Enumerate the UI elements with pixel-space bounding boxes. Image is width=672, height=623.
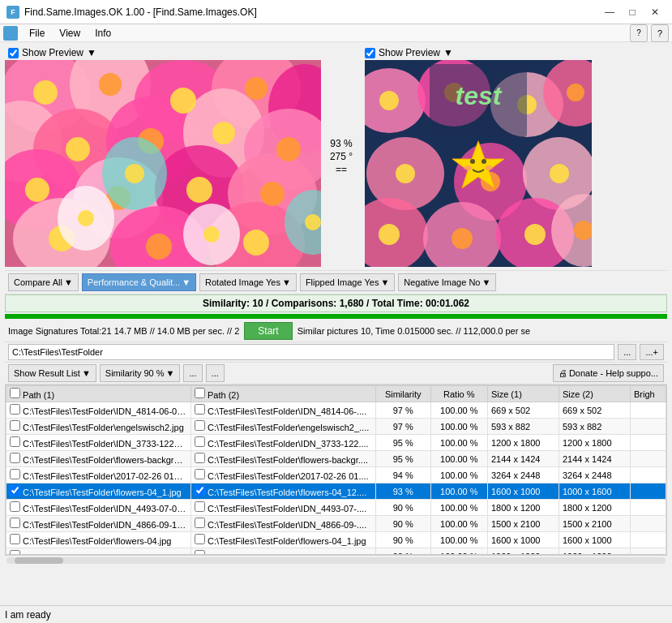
path-add-button[interactable]: ...+ <box>640 344 664 360</box>
help-button-2[interactable]: ? <box>651 24 669 42</box>
table-row[interactable]: C:\TestFiles\TestFolder\flowers-04_1.jpg… <box>6 483 666 500</box>
table-row[interactable]: C:\TestFiles\TestFolder\flowers-backgrou… <box>6 451 666 467</box>
col-header-size2[interactable]: Size (2) <box>559 386 630 402</box>
col-header-ratio[interactable]: Ratio % <box>430 386 487 402</box>
cell-size2-5: 1000 x 1600 <box>559 483 630 500</box>
menu-view[interactable]: View <box>53 25 87 41</box>
path1-checkbox-6[interactable] <box>10 501 20 512</box>
similarity-text: Similarity: 10 / Comparisons: 1,680 / To… <box>203 298 469 309</box>
cell-similarity-4: 94 % <box>375 467 430 483</box>
svg-point-26 <box>25 178 49 202</box>
path1-checkbox-4[interactable] <box>10 469 20 479</box>
col-header-path1[interactable]: Path (1) <box>6 386 191 402</box>
col-header-path2[interactable]: Path (2) <box>190 386 375 402</box>
title-bar-text: Find.Same.Images.OK 1.00 - [Find.Same.Im… <box>24 6 257 18</box>
svg-point-55 <box>550 164 569 183</box>
svg-text:test: test <box>456 81 503 110</box>
rotated-dropdown[interactable]: Rotated Image Yes ▼ <box>199 273 297 291</box>
path2-checkbox-4[interactable] <box>195 469 205 479</box>
cell-path1-8: C:\TestFiles\TestFolder\flowers-04.jpg <box>6 532 191 548</box>
left-show-preview-checkbox[interactable] <box>8 48 19 58</box>
path2-checkbox-6[interactable] <box>195 501 205 512</box>
col-header-size1[interactable]: Size (1) <box>487 386 559 402</box>
show-result-dropdown[interactable]: Show Result List ▼ <box>8 364 96 382</box>
cell-path1-7: C:\TestFiles\TestFolder\IDN_4866-09-1206… <box>6 516 191 532</box>
path1-checkbox-5[interactable] <box>10 485 20 496</box>
path1-checkbox-0[interactable] <box>10 404 20 415</box>
table-row[interactable]: C:\TestFiles\TestFolder\IDN_3733-122615.… <box>6 435 666 451</box>
path2-checkbox-3[interactable] <box>195 453 205 463</box>
minimize-button[interactable]: — <box>599 4 620 20</box>
svg-point-34 <box>125 164 144 183</box>
close-button[interactable]: ✕ <box>644 4 666 20</box>
results-table-container[interactable]: Path (1) Path (2) Similarity Ratio % Siz… <box>5 385 667 555</box>
table-row[interactable]: C:\TestFiles\TestFolder\purple-flowers1.… <box>6 548 666 556</box>
path2-checkbox-8[interactable] <box>195 534 205 544</box>
scroll-thumb[interactable] <box>15 557 63 564</box>
show-result-label: Show Result List <box>14 368 80 378</box>
show-result-arrow: ▼ <box>82 368 91 378</box>
path2-checkbox-1[interactable] <box>195 420 205 431</box>
path-browse-button[interactable]: ... <box>618 344 636 360</box>
more-options-button-1[interactable]: ... <box>183 364 202 382</box>
svg-point-24 <box>212 122 235 144</box>
maximize-button[interactable]: □ <box>622 4 643 20</box>
flipped-dropdown[interactable]: Flipped Image Yes ▼ <box>300 273 395 291</box>
cell-path2-1: C:\TestFiles\TestFolder\engelswisch2_...… <box>190 419 375 435</box>
table-row[interactable]: C:\TestFiles\TestFolder\IDN_4866-09-1206… <box>6 516 666 532</box>
path2-checkbox-0[interactable] <box>195 404 205 415</box>
select-all-path2-checkbox[interactable] <box>195 388 205 398</box>
donate-button[interactable]: 🖨 Donate - Help suppo... <box>553 364 664 382</box>
path2-checkbox-2[interactable] <box>195 436 205 447</box>
cell-brigh-4 <box>631 467 666 483</box>
cell-brigh-5 <box>631 483 666 500</box>
menu-info[interactable]: Info <box>88 25 118 41</box>
cell-ratio-3: 100.00 % <box>430 451 487 467</box>
col-header-brigh[interactable]: Brigh <box>631 386 666 402</box>
help-button-1[interactable]: ? <box>630 24 648 42</box>
path1-checkbox-8[interactable] <box>10 534 20 544</box>
col-header-similarity[interactable]: Similarity <box>375 386 430 402</box>
menu-bar: File View Info ? ? <box>0 24 672 42</box>
cell-size2-1: 593 x 882 <box>559 419 630 435</box>
table-row[interactable]: C:\TestFiles\TestFolder\engelswisch2.jpg… <box>6 419 666 435</box>
similarity-dropdown[interactable]: Similarity 90 % ▼ <box>100 364 181 382</box>
cell-size1-7: 1500 x 2100 <box>487 516 559 532</box>
negative-dropdown[interactable]: Negative Image No ▼ <box>398 273 496 291</box>
svg-point-70 <box>485 165 493 170</box>
right-preview-pane: Show Preview ▼ <box>362 45 592 267</box>
svg-point-43 <box>379 91 399 110</box>
cell-ratio-6: 100.00 % <box>430 500 487 516</box>
select-all-path1-checkbox[interactable] <box>10 388 20 398</box>
cell-brigh-7 <box>631 516 666 532</box>
more-options-button-2[interactable]: ... <box>206 364 225 382</box>
path2-checkbox-7[interactable] <box>195 518 205 528</box>
start-button[interactable]: Start <box>244 322 292 340</box>
cell-path1-0: C:\TestFiles\TestFolder\IDN_4814-06-0711… <box>6 402 191 419</box>
cell-path1-4: C:\TestFiles\TestFolder\2017-02-26 011.J… <box>6 467 191 483</box>
table-row[interactable]: C:\TestFiles\TestFolder\2017-02-26 011.J… <box>6 467 666 483</box>
compare-info: 93 % 275 ° == <box>321 45 362 267</box>
cell-brigh-2 <box>631 435 666 451</box>
menu-file[interactable]: File <box>23 25 51 41</box>
svg-point-36 <box>305 214 321 230</box>
progress-bar-container <box>5 314 667 319</box>
table-row[interactable]: C:\TestFiles\TestFolder\IDN_4814-06-0711… <box>6 402 666 419</box>
performance-dropdown[interactable]: Performance & Qualit... ▼ <box>82 273 196 291</box>
path1-checkbox-1[interactable] <box>10 420 20 431</box>
path-input[interactable] <box>8 344 614 360</box>
path1-checkbox-2[interactable] <box>10 436 20 447</box>
cell-size1-6: 1800 x 1200 <box>487 500 559 516</box>
horizontal-scrollbar[interactable] <box>5 555 667 565</box>
path1-checkbox-3[interactable] <box>10 453 20 463</box>
table-row[interactable]: C:\TestFiles\TestFolder\IDN_4493-07-0812… <box>6 500 666 516</box>
svg-point-19 <box>99 73 122 96</box>
similar-info-text: Similar pictures 10, Time 0.015000 sec. … <box>297 326 664 336</box>
compare-all-dropdown[interactable]: Compare All ▼ <box>8 273 79 291</box>
path2-checkbox-5[interactable] <box>195 485 205 496</box>
table-row[interactable]: C:\TestFiles\TestFolder\flowers-04.jpg C… <box>6 532 666 548</box>
cell-ratio-7: 100.00 % <box>430 516 487 532</box>
right-show-preview-checkbox[interactable] <box>365 48 375 58</box>
rotated-label: Rotated Image Yes <box>205 277 280 287</box>
path1-checkbox-7[interactable] <box>10 518 20 528</box>
